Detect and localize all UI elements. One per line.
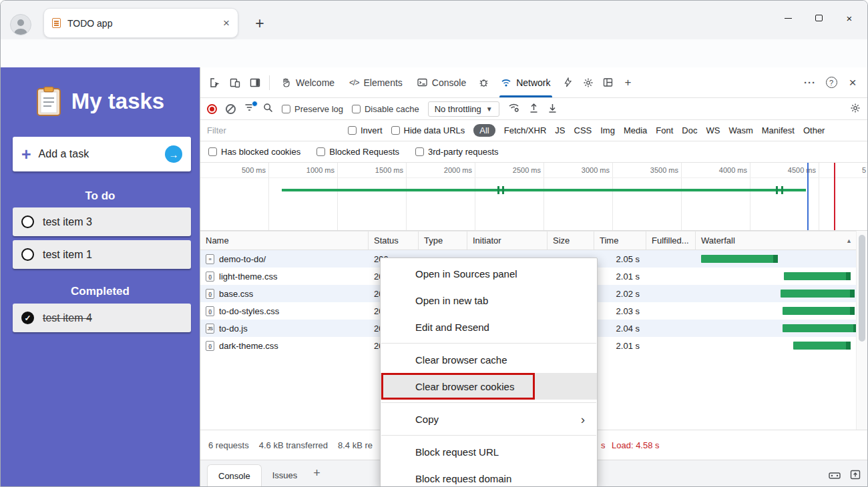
task-checkbox[interactable] [21, 248, 34, 261]
filter-type-fetch-xhr[interactable]: Fetch/XHR [504, 125, 547, 135]
vertical-scrollbar[interactable] [856, 231, 867, 430]
todo-item[interactable]: test item 1 [13, 240, 191, 269]
filter-type-media[interactable]: Media [624, 125, 647, 135]
devtools-close-icon[interactable]: × [843, 73, 862, 92]
gridline [750, 163, 750, 230]
throttling-dropdown[interactable]: No throttling ▼ [428, 101, 499, 117]
preserve-log-checkbox[interactable] [282, 105, 290, 113]
filter-type-css[interactable]: CSS [574, 125, 592, 135]
menu-item-block-request-url[interactable]: Block request URL [381, 438, 597, 465]
column-header-waterfall[interactable]: Waterfall ▲ [696, 231, 856, 250]
filter-type-all[interactable]: All [473, 124, 495, 137]
import-har-icon[interactable] [529, 103, 539, 115]
layout-panel-icon[interactable] [599, 73, 618, 92]
ruler-line [200, 177, 867, 178]
help-icon[interactable]: ? [822, 73, 841, 92]
column-header-fulfilled[interactable]: Fulfilled... [646, 231, 696, 250]
task-label: test item 1 [43, 249, 92, 261]
add-drawer-tab-icon[interactable]: + [313, 466, 320, 480]
completed-item[interactable]: ✓ test item 4 [13, 304, 191, 332]
dock-panel-icon[interactable] [246, 73, 264, 92]
filter-type-wasm[interactable]: Wasm [728, 125, 752, 135]
network-settings-gear-icon[interactable] [850, 103, 861, 115]
disable-cache-toggle[interactable]: Disable cache [352, 104, 419, 114]
preserve-log-toggle[interactable]: Preserve log [282, 104, 343, 114]
tab-label: Console [432, 77, 466, 88]
network-overview-timeline[interactable]: 500 ms 1000 ms 1500 ms 2000 ms 2500 ms 3… [200, 163, 867, 231]
third-party-requests-checkbox[interactable] [415, 147, 424, 156]
request-name: light-theme.css [219, 272, 277, 282]
clear-icon[interactable] [226, 104, 236, 114]
column-header-type[interactable]: Type [419, 231, 467, 250]
more-options-icon[interactable]: ··· [801, 73, 819, 92]
has-blocked-cookies-toggle[interactable]: Has blocked cookies [208, 147, 300, 157]
scrollbar-thumb[interactable] [859, 235, 865, 342]
filter-input[interactable] [207, 125, 339, 135]
menu-item-open-in-new-tab[interactable]: Open in new tab [381, 287, 597, 314]
bug-icon[interactable] [474, 73, 493, 92]
tab-close-icon[interactable]: × [223, 17, 230, 30]
drawer-tab-console[interactable]: Console [207, 464, 262, 486]
column-header-initiator[interactable]: Initiator [467, 231, 548, 250]
filter-type-ws[interactable]: WS [706, 125, 720, 135]
profile-avatar[interactable] [10, 14, 31, 35]
task-label: test item 4 [43, 312, 92, 324]
tab-network[interactable]: Network [494, 67, 557, 97]
record-button[interactable] [207, 104, 217, 114]
filter-toggle-icon[interactable] [244, 103, 254, 114]
blocked-requests-checkbox[interactable] [316, 147, 325, 156]
request-name: base.css [219, 289, 253, 299]
invert-toggle[interactable]: Invert [348, 125, 383, 135]
menu-item-block-request-domain[interactable]: Block request domain [381, 465, 597, 487]
inspect-icon[interactable] [206, 73, 224, 92]
tab-console[interactable]: Console [411, 67, 473, 97]
filter-type-js[interactable]: JS [555, 125, 565, 135]
expand-drawer-icon[interactable] [850, 470, 861, 482]
menu-item-edit-and-resend[interactable]: Edit and Resend [381, 314, 597, 340]
performance-icon[interactable] [559, 73, 578, 92]
tab-favicon-icon [52, 18, 61, 28]
invert-checkbox[interactable] [348, 126, 357, 135]
disable-cache-checkbox[interactable] [352, 105, 361, 113]
tab-welcome[interactable]: Welcome [274, 67, 341, 97]
drawer-tab-issues[interactable]: Issues [262, 464, 308, 486]
filter-type-font[interactable]: Font [656, 125, 673, 135]
column-header-size[interactable]: Size [548, 231, 594, 250]
search-icon[interactable] [263, 103, 273, 115]
menu-item-open-in-sources[interactable]: Open in Sources panel [381, 260, 597, 287]
blocked-requests-toggle[interactable]: Blocked Requests [316, 147, 399, 157]
menu-item-clear-browser-cookies[interactable]: Clear browser cookies [381, 373, 597, 400]
add-panel-icon[interactable]: + [619, 73, 638, 92]
maximize-button[interactable] [803, 6, 834, 30]
column-header-name[interactable]: Name [200, 231, 369, 250]
filter-type-img[interactable]: Img [600, 125, 615, 135]
filter-type-manifest[interactable]: Manifest [762, 125, 795, 135]
settings-gear-icon[interactable] [579, 73, 598, 92]
task-checkbox[interactable] [21, 215, 34, 228]
hide-data-urls-toggle[interactable]: Hide data URLs [391, 125, 465, 135]
todo-item[interactable]: test item 3 [13, 207, 191, 236]
menu-item-clear-browser-cache[interactable]: Clear browser cache [381, 346, 597, 373]
task-checkbox-checked[interactable]: ✓ [21, 312, 34, 324]
close-button[interactable]: × [834, 6, 865, 30]
drawer-tool-icon[interactable] [829, 470, 841, 482]
tab-elements[interactable]: </> Elements [343, 67, 409, 97]
filter-type-doc[interactable]: Doc [682, 125, 697, 135]
filter-type-other[interactable]: Other [803, 125, 825, 135]
add-task-submit-button[interactable]: → [165, 145, 182, 163]
browser-tab[interactable]: TODO app × [43, 8, 238, 38]
column-header-time[interactable]: Time [594, 231, 646, 250]
add-task-card[interactable]: + Add a task → [13, 137, 191, 171]
device-emulation-icon[interactable] [226, 73, 244, 92]
wifi-icon [501, 78, 511, 87]
hide-data-urls-checkbox[interactable] [391, 126, 400, 135]
third-party-requests-toggle[interactable]: 3rd-party requests [415, 147, 499, 157]
export-har-icon[interactable] [548, 103, 558, 115]
column-header-status[interactable]: Status [369, 231, 419, 250]
new-tab-button[interactable]: + [250, 15, 269, 33]
load-event-line [834, 163, 835, 230]
minimize-button[interactable] [773, 6, 803, 30]
network-conditions-icon[interactable] [508, 103, 520, 115]
menu-item-copy[interactable]: Copy › [381, 406, 597, 432]
has-blocked-cookies-checkbox[interactable] [208, 147, 217, 156]
